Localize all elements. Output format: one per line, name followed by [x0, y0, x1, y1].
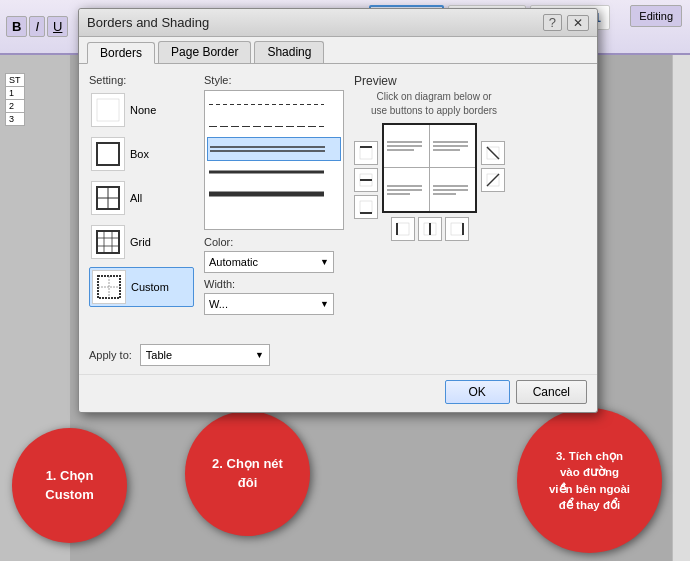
style-col-label: Style: [204, 74, 344, 86]
setting-box[interactable]: Box [89, 135, 194, 173]
svg-rect-5 [97, 231, 119, 253]
setting-box-label: Box [130, 148, 149, 160]
svg-rect-19 [360, 147, 372, 159]
dialog-title: Borders and Shading [87, 15, 209, 30]
apply-to-value: Table [146, 349, 172, 361]
svg-rect-1 [97, 143, 119, 165]
svg-line-32 [487, 147, 499, 159]
setting-grid-label: Grid [130, 236, 151, 248]
preview-hint: Click on diagram below oruse buttons to … [354, 90, 514, 117]
cancel-button[interactable]: Cancel [516, 380, 587, 404]
style-item-3[interactable] [207, 137, 341, 161]
border-right-btn[interactable] [445, 217, 469, 241]
style-item-2[interactable] [207, 115, 341, 137]
color-dropdown[interactable]: Automatic ▼ [204, 251, 334, 273]
border-diag2-btn[interactable] [481, 168, 505, 192]
bubble-3: 3. Tích chọn vào đường viền bên ngoài để… [517, 408, 662, 553]
setting-custom[interactable]: Custom [89, 267, 194, 307]
style-item-5[interactable] [207, 183, 341, 205]
dialog-tabs: Borders Page Border Shading [79, 37, 597, 64]
apply-to-dropdown[interactable]: Table ▼ [140, 344, 270, 366]
width-value: W... [209, 298, 228, 310]
svg-rect-23 [360, 201, 372, 213]
bubble-2: 2. Chọn nét đôi [185, 411, 310, 536]
tab-borders[interactable]: Borders [87, 42, 155, 64]
dialog-titlebar: Borders and Shading ? ✕ [79, 9, 597, 37]
svg-rect-0 [97, 99, 119, 121]
color-label: Color: [204, 236, 344, 248]
ok-button[interactable]: OK [445, 380, 510, 404]
preview-table[interactable] [382, 123, 477, 213]
color-value: Automatic [209, 256, 258, 268]
style-list[interactable] [204, 90, 344, 230]
apply-to-label: Apply to: [89, 349, 132, 361]
width-dropdown[interactable]: W... ▼ [204, 293, 334, 315]
help-icon[interactable]: ? [543, 14, 562, 31]
bubble-1: 1. Chọn Custom [12, 428, 127, 543]
svg-rect-29 [451, 223, 463, 235]
border-diag1-btn[interactable] [481, 141, 505, 165]
setting-label: Setting: [89, 74, 194, 86]
style-item-4[interactable] [207, 161, 341, 183]
border-top-btn[interactable] [354, 141, 378, 165]
width-chevron-icon: ▼ [320, 299, 329, 309]
width-label: Width: [204, 278, 344, 290]
setting-all[interactable]: All [89, 179, 194, 217]
border-left-btn[interactable] [391, 217, 415, 241]
setting-all-label: All [130, 192, 142, 204]
svg-rect-25 [397, 223, 409, 235]
italic-button[interactable]: I [29, 16, 45, 37]
border-middle-v-btn[interactable] [418, 217, 442, 241]
style-item-1[interactable] [207, 93, 341, 115]
underline-button[interactable]: U [47, 16, 68, 37]
setting-custom-label: Custom [131, 281, 169, 293]
setting-none[interactable]: None [89, 91, 194, 129]
editing-button[interactable]: Editing [630, 5, 682, 27]
tab-page-border[interactable]: Page Border [158, 41, 251, 63]
svg-line-34 [487, 174, 499, 186]
dialog-footer: OK Cancel [79, 374, 597, 412]
chevron-down-icon: ▼ [320, 257, 329, 267]
tab-shading[interactable]: Shading [254, 41, 324, 63]
close-icon[interactable]: ✕ [567, 15, 589, 31]
setting-none-label: None [130, 104, 156, 116]
bold-button[interactable]: B [6, 16, 27, 37]
preview-label: Preview [354, 74, 587, 88]
border-middle-h-btn[interactable] [354, 168, 378, 192]
borders-shading-dialog: Borders and Shading ? ✕ Borders Page Bor… [78, 8, 598, 413]
border-bottom-btn[interactable] [354, 195, 378, 219]
setting-grid[interactable]: Grid [89, 223, 194, 261]
apply-chevron-icon: ▼ [255, 350, 264, 360]
